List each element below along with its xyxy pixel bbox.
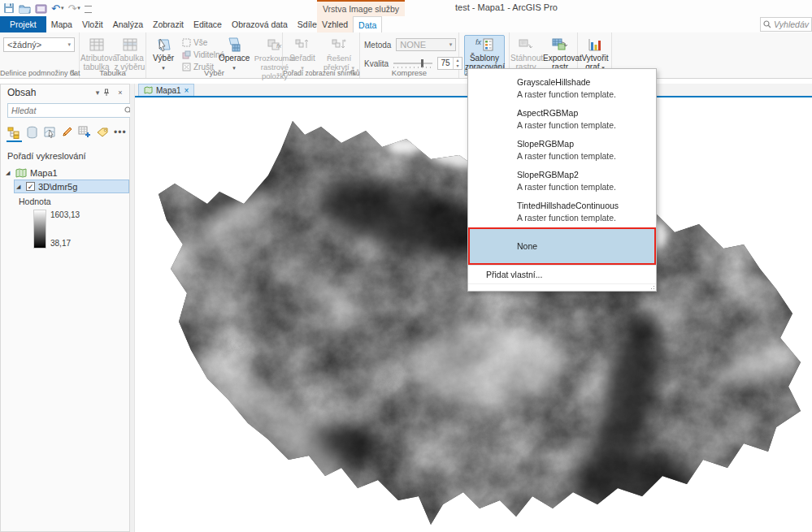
grayscale-ramp — [33, 210, 46, 249]
template-item-aspectrgbmap[interactable]: AspectRGBMap A raster function template. — [468, 104, 656, 135]
group-definice-podmnoziny-dat: <žádný> ▾ Definice podmnožiny dat — [0, 32, 80, 78]
contents-search-row: ▾ — [1, 100, 129, 119]
layer-visibility-checkbox[interactable]: ✓ — [26, 182, 35, 191]
list-by-snapping-button[interactable] — [78, 124, 91, 140]
chevron-down-icon: ▾ — [449, 41, 453, 48]
template-list: GrayscaleHillshade A raster function tem… — [468, 69, 656, 227]
select-visible-icon — [182, 50, 191, 59]
table-icon — [80, 37, 112, 53]
tab-analyza[interactable]: Analýza — [108, 16, 148, 32]
template-item-slopergbmap2[interactable]: SlopeRGBMap2 A raster function template. — [468, 166, 656, 197]
open-project-button[interactable] — [19, 2, 31, 15]
operation-label: Operace — [219, 54, 250, 63]
add-custom-template-button[interactable]: Přidat vlastní... — [468, 265, 656, 283]
command-search-box[interactable]: Vyhledáv — [760, 17, 812, 32]
customize-qat-button[interactable] — [85, 2, 92, 15]
template-item-none-highlighted[interactable]: None — [468, 227, 656, 265]
template-item-tintedhillshadecontinuous[interactable]: TintedHillshadeContinuous A raster funct… — [468, 197, 656, 227]
search-icon — [763, 20, 771, 28]
list-by-editing-button[interactable] — [61, 124, 73, 140]
close-tab-icon[interactable]: × — [185, 86, 189, 95]
customize-qat-icon — [85, 6, 92, 13]
list-by-drawing-order-button[interactable] — [7, 124, 21, 140]
template-item-grayscalehillshade[interactable]: GrayscaleHillshade A raster function tem… — [468, 73, 656, 104]
window-title: test - Mapa1 - ArcGIS Pro — [455, 2, 558, 12]
contents-search-input-wrap: ▾ — [7, 103, 141, 118]
list-by-labeling-button[interactable] — [96, 124, 109, 140]
close-icon[interactable]: × — [115, 89, 126, 97]
subset-combo-value: <žádný> — [7, 40, 41, 50]
quick-access-toolbar: ↶ ▾ ↷ ▾ — [3, 2, 92, 15]
tab-vzhled[interactable]: Vzhled — [317, 16, 353, 32]
template-description: A raster function template. — [517, 89, 649, 99]
tab-mapa[interactable]: Mapa — [46, 16, 77, 32]
pane-menu-icon[interactable]: ▾ — [92, 89, 103, 97]
tab-data[interactable]: Data — [353, 16, 382, 32]
undo-caret-icon[interactable]: ▾ — [61, 5, 64, 11]
export-raster-icon — [543, 37, 577, 53]
redo-icon: ↷ — [67, 3, 76, 14]
tab-obrazova-data[interactable]: Obrazová data — [227, 16, 293, 32]
tab-sdilet[interactable]: Sdílet — [293, 16, 317, 32]
subset-combo[interactable]: <žádný> ▾ — [3, 37, 75, 52]
select-tool-icon — [149, 37, 178, 53]
select-label: Výběr — [153, 54, 174, 63]
drawing-order-section-label: Pořadí vykreslování — [1, 143, 129, 166]
contents-header: Obsah ▾ × — [1, 84, 129, 100]
template-item-slopergbmap[interactable]: SlopeRGBMap A raster function template. — [468, 135, 656, 166]
map-tab-icon — [144, 86, 153, 94]
dialog-launcher-icon[interactable] — [350, 70, 357, 76]
legend-field-label: Hodnota — [19, 197, 129, 206]
save-project-button[interactable] — [3, 2, 15, 15]
group-label: Pořadí zobrazení snímků — [283, 69, 359, 77]
svg-text:fx: fx — [475, 38, 482, 46]
tree-item-layer[interactable]: ◢ ✓ 3D\dmr5g — [14, 179, 129, 193]
label-tag-icon — [96, 127, 109, 138]
map-view-tab[interactable]: Mapa1 × — [138, 84, 194, 96]
dialog-launcher-icon[interactable] — [70, 70, 76, 76]
tab-editace[interactable]: Editace — [189, 16, 227, 32]
redo-button[interactable]: ↷ ▾ — [67, 2, 80, 15]
title-bar: ↶ ▾ ↷ ▾ test - Mapa1 - ArcGIS Pro Vrstva… — [0, 0, 812, 16]
command-search-placeholder: Vyhledáv — [774, 19, 809, 29]
redo-caret-icon[interactable]: ▾ — [77, 5, 80, 11]
bar-chart-icon — [579, 37, 611, 53]
contents-pane: Obsah ▾ × ▾ — [0, 84, 130, 532]
group-label: Definice podmnožiny dat — [0, 69, 79, 77]
undo-button[interactable]: ↶ ▾ — [51, 2, 63, 15]
grid-plus-icon — [78, 126, 91, 138]
tab-zobrazit[interactable]: Zobrazit — [148, 16, 189, 32]
group-vyber: Výběr ▾ Vše Viditelné Zrušit — [146, 32, 283, 78]
template-description: A raster function template. — [517, 120, 649, 130]
pin-icon[interactable] — [103, 89, 115, 97]
method-value: NONE — [400, 40, 426, 50]
group-poradi-zobrazeni: Seřadit ▾ Řešení překrytí ▾ Pořadí zobra… — [283, 32, 360, 78]
expand-icon[interactable]: ◢ — [16, 184, 23, 190]
list-by-selection-button[interactable] — [43, 124, 56, 140]
list-by-data-source-button[interactable] — [26, 124, 38, 140]
selection-map-icon — [43, 126, 56, 138]
map-name: Mapa1 — [30, 168, 58, 178]
method-row: Metoda NONE ▾ — [364, 38, 456, 51]
tab-vlozit[interactable]: Vložit — [77, 16, 108, 32]
method-label: Metoda — [364, 41, 391, 50]
tree-item-map[interactable]: ◢ Mapa1 — [1, 166, 129, 179]
template-name: GrayscaleHillshade — [517, 77, 649, 87]
more-tools-button[interactable]: ••• — [114, 127, 127, 138]
new-project-button[interactable] — [35, 2, 47, 15]
dropdown-resize-grip[interactable] — [468, 283, 656, 291]
template-description: A raster function template. — [517, 182, 649, 192]
database-icon — [26, 126, 38, 139]
ribbon-tab-row: Projekt Mapa Vložit Analýza Zobrazit Edi… — [0, 16, 812, 32]
open-folder-icon — [19, 3, 31, 14]
group-label: Tabulka — [80, 68, 145, 77]
template-name: TintedHillshadeContinuous — [517, 201, 649, 210]
contents-search-input[interactable] — [11, 106, 123, 115]
method-combo[interactable]: NONE ▾ — [396, 38, 456, 51]
tab-projekt[interactable]: Projekt — [0, 16, 46, 32]
table-selection-icon — [114, 37, 145, 53]
quality-slider[interactable] — [393, 58, 432, 68]
drawing-order-icon — [7, 126, 21, 139]
map-icon — [15, 168, 27, 178]
expand-icon[interactable]: ◢ — [6, 170, 12, 176]
